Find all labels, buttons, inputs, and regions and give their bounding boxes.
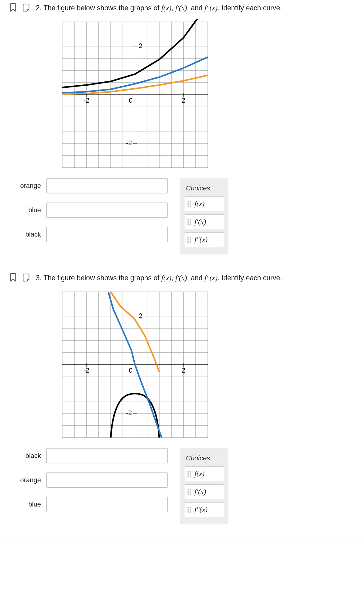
- graph-container-q3: -2 0 2 2 -2: [50, 289, 355, 441]
- question-3: 3. The figure below shows the graphs of …: [0, 270, 364, 540]
- question-prompt: 3. The figure below shows the graphs of …: [36, 273, 282, 283]
- choice-fdoubleprime[interactable]: f″(x): [184, 502, 224, 517]
- question-prompt: 2. The figure below shows the graphs of …: [36, 3, 282, 13]
- bookmark-icon[interactable]: [9, 273, 17, 283]
- choice-label: f″(x): [194, 236, 207, 244]
- drop-target-orange[interactable]: [46, 472, 168, 488]
- grip-icon: [187, 219, 191, 225]
- x-tick-0: 0: [129, 367, 133, 374]
- drop-target-orange[interactable]: [46, 178, 168, 193]
- drop-target-black[interactable]: [46, 448, 168, 463]
- question-number: 3.: [36, 274, 43, 282]
- choice-label: f(x): [194, 470, 204, 478]
- math-fpp: f″(x): [204, 4, 217, 12]
- math-fpp: f″(x): [204, 274, 217, 282]
- prompt-text-b: . Identify each curve.: [217, 4, 282, 12]
- row-label: black: [15, 452, 41, 460]
- choice-f[interactable]: f(x): [184, 466, 224, 481]
- grip-icon: [187, 471, 191, 477]
- row-label: orange: [15, 182, 41, 190]
- question-2: 2. The figure below shows the graphs of …: [0, 0, 364, 270]
- graph-q3: -2 0 2 2 -2: [50, 289, 220, 441]
- match-rows: black orange blue: [15, 448, 168, 512]
- graph-q2: -2 0 2 2 -2: [50, 19, 220, 171]
- y-tick-pos: 2: [139, 312, 142, 319]
- choice-f[interactable]: f(x): [184, 196, 224, 211]
- graph-container-q2: -2 0 2 2 -2: [50, 19, 355, 171]
- row-label: blue: [15, 206, 41, 214]
- x-tick-neg: -2: [83, 97, 89, 104]
- match-rows: orange blue black: [15, 178, 168, 242]
- choices-panel: Choices f(x) f′(x) f″(x): [180, 448, 228, 524]
- match-row-orange: orange: [15, 472, 168, 488]
- math-fp: f′(x): [175, 4, 187, 12]
- drop-target-black[interactable]: [46, 227, 168, 242]
- grip-icon: [187, 489, 191, 495]
- x-tick-0: 0: [129, 97, 133, 104]
- choices-panel: Choices f(x) f′(x) f″(x): [180, 178, 228, 254]
- bookmark-icon[interactable]: [9, 3, 17, 13]
- choices-title: Choices: [186, 454, 224, 462]
- choice-label: f″(x): [194, 506, 207, 514]
- question-number: 2.: [36, 4, 43, 12]
- match-row-orange: orange: [15, 178, 168, 193]
- math-f: f(x): [161, 274, 171, 282]
- math-f: f(x): [161, 4, 171, 12]
- choice-label: f(x): [194, 200, 204, 208]
- prompt-text-b: . Identify each curve.: [217, 274, 282, 282]
- choice-fprime[interactable]: f′(x): [184, 484, 224, 499]
- choice-label: f′(x): [194, 488, 206, 496]
- match-row-blue: blue: [15, 497, 168, 512]
- choice-fprime[interactable]: f′(x): [184, 214, 224, 229]
- question-header: 3. The figure below shows the graphs of …: [9, 273, 355, 283]
- row-label: orange: [15, 476, 41, 484]
- y-tick-pos: 2: [139, 42, 142, 49]
- prompt-text-a: The figure below shows the graphs of: [43, 274, 161, 282]
- match-area-q2: orange blue black Choices f(x) f′(x): [15, 178, 355, 254]
- grip-icon: [187, 507, 191, 513]
- prompt-text-a: The figure below shows the graphs of: [43, 4, 161, 12]
- drop-target-blue[interactable]: [46, 497, 168, 512]
- math-fp: f′(x): [175, 274, 187, 282]
- note-icon[interactable]: [22, 3, 30, 13]
- row-label: black: [15, 230, 41, 238]
- grip-icon: [187, 201, 191, 207]
- choices-title: Choices: [186, 184, 224, 192]
- x-tick-pos: 2: [182, 97, 185, 104]
- choice-fdoubleprime[interactable]: f″(x): [184, 232, 224, 247]
- y-tick-neg: -2: [126, 409, 132, 417]
- grip-icon: [187, 237, 191, 243]
- match-area-q3: black orange blue Choices f(x) f′(x): [15, 448, 355, 524]
- drop-target-blue[interactable]: [46, 203, 168, 218]
- y-tick-neg: -2: [126, 139, 132, 147]
- match-row-black: black: [15, 227, 168, 242]
- x-tick-pos: 2: [182, 367, 185, 374]
- choice-label: f′(x): [194, 218, 206, 226]
- match-row-blue: blue: [15, 203, 168, 218]
- note-icon[interactable]: [22, 273, 30, 283]
- match-row-black: black: [15, 448, 168, 463]
- row-label: blue: [15, 500, 41, 508]
- x-tick-neg: -2: [83, 367, 89, 374]
- question-header: 2. The figure below shows the graphs of …: [9, 3, 355, 13]
